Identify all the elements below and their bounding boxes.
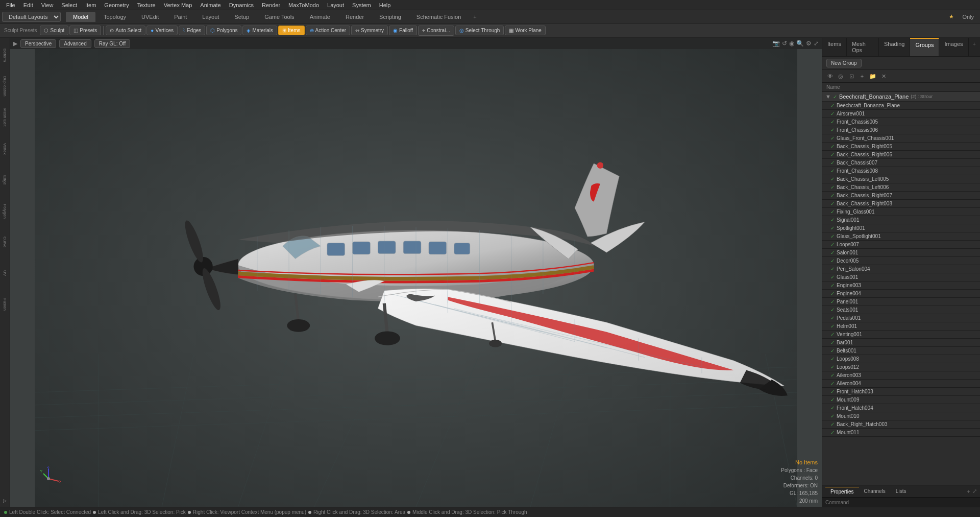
viewport-search-icon[interactable]: 🔍 [796, 40, 804, 47]
list-item[interactable]: ✓ Back_Chassis_Right005 [822, 143, 980, 151]
left-tool-duplication[interactable]: Duplication [1, 71, 9, 102]
tab-schematic-fusion[interactable]: Schematic Fusion [409, 12, 468, 22]
items-button[interactable]: ⊞ Items [278, 26, 304, 35]
list-item[interactable]: ✓ Decor005 [822, 257, 980, 265]
presets-button[interactable]: ◫ Presets [69, 26, 101, 35]
left-tool-mesh-edit[interactable]: Mesh Edit [1, 102, 9, 133]
tab-game-tools[interactable]: Game Tools [257, 12, 302, 22]
tab-items-right[interactable]: Items [822, 38, 847, 56]
work-plane-button[interactable]: ▦ Work Plane [505, 26, 546, 35]
new-group-button[interactable]: New Group [826, 59, 862, 67]
expand-icon[interactable]: ▶ [13, 40, 17, 47]
advanced-button[interactable]: Advanced [59, 39, 91, 48]
viewport-settings-icon[interactable]: ⚙ [806, 40, 812, 47]
menu-system[interactable]: System [348, 1, 375, 9]
group-icon-eye[interactable]: 👁 [825, 72, 835, 81]
list-item[interactable]: ✓ Mount010 [822, 412, 980, 420]
list-item[interactable]: ✓ Back_Chassis_Right007 [822, 192, 980, 200]
list-item[interactable]: ✓ Belts001 [822, 347, 980, 355]
list-item[interactable]: ✓ Loops008 [822, 355, 980, 363]
list-item[interactable]: ✓ Salon001 [822, 249, 980, 257]
group-icon-add[interactable]: + [857, 72, 867, 81]
left-tool-polygon[interactable]: Polygon [1, 196, 9, 226]
perspective-button[interactable]: Perspective [20, 39, 56, 48]
list-item[interactable]: ✓ Aileron003 [822, 371, 980, 380]
tab-model[interactable]: Model [66, 12, 95, 22]
list-item[interactable]: ✓ Front_Chassis008 [822, 167, 980, 175]
viewport-camera-icon[interactable]: 📷 [772, 40, 780, 47]
menu-dynamics[interactable]: Dynamics [225, 1, 258, 9]
menu-view[interactable]: View [37, 1, 58, 9]
list-item[interactable]: ✓ Back_Chassis_Left006 [822, 183, 980, 192]
layout-dropdown[interactable]: Default Layouts [2, 12, 61, 22]
left-tool-curve[interactable]: Curve [1, 227, 9, 257]
list-item[interactable]: ✓ Front_Chassis005 [822, 118, 980, 126]
left-tool-uv[interactable]: UV [1, 258, 9, 289]
list-item[interactable]: ✓ Glass_Front_Chassis001 [822, 134, 980, 143]
right-tab-add[interactable]: + [969, 38, 980, 56]
group-root-item[interactable]: ▼ ✓ Beechcraft_Bonanza_Plane (2) : Strou… [822, 92, 980, 102]
tab-groups[interactable]: Groups [910, 38, 939, 56]
menu-item[interactable]: Item [81, 1, 100, 9]
materials-button[interactable]: ◈ Materials [242, 26, 277, 35]
menu-render[interactable]: Render [258, 1, 284, 9]
list-item[interactable]: ✓ Pen_Salon004 [822, 265, 980, 273]
tab-channels[interactable]: Channels [859, 487, 891, 496]
menu-file[interactable]: File [2, 1, 19, 9]
ray-gl-button[interactable]: Ray GL: Off [94, 39, 131, 48]
list-item[interactable]: ✓ Engine003 [822, 281, 980, 290]
list-item[interactable]: ✓ Back_Chassis007 [822, 159, 980, 167]
constraint-button[interactable]: ⌖ Constrai... [418, 26, 454, 36]
menu-texture[interactable]: Texture [133, 1, 160, 9]
list-item[interactable]: ✓ Seats001 [822, 306, 980, 314]
viewport-refresh-icon[interactable]: ↺ [782, 40, 787, 47]
menu-maxtomodo[interactable]: MaxToModo [284, 1, 323, 9]
tab-lists[interactable]: Lists [891, 487, 912, 496]
tab-mesh-ops[interactable]: Mesh Ops [847, 38, 879, 56]
tab-animate[interactable]: Animate [303, 12, 337, 22]
list-item[interactable]: ✓ Pedals001 [822, 314, 980, 322]
menu-select[interactable]: Select [57, 1, 81, 9]
group-icon-folder[interactable]: 📁 [868, 72, 877, 81]
auto-select-button[interactable]: ⊙ Auto Select [106, 26, 145, 35]
list-item[interactable]: ✓ Signal001 [822, 216, 980, 224]
left-tool-small-1[interactable]: ▷ [1, 497, 9, 505]
menu-layout[interactable]: Layout [323, 1, 348, 9]
list-item[interactable]: ✓ Venting001 [822, 331, 980, 339]
viewport-expand-icon[interactable]: ⤢ [814, 40, 819, 47]
menu-geometry[interactable]: Geometry [100, 1, 133, 9]
list-item[interactable]: ✓ Engine004 [822, 290, 980, 298]
menu-animate[interactable]: Animate [196, 1, 225, 9]
list-item[interactable]: ✓ Panel001 [822, 298, 980, 306]
list-item[interactable]: ✓ Loops012 [822, 363, 980, 371]
polygons-button[interactable]: ⬡ Polygons [206, 26, 241, 35]
action-center-button[interactable]: ⊕ Action Center [306, 26, 351, 35]
left-tool-deform[interactable]: Deform [1, 40, 9, 70]
viewport-render-icon[interactable]: ◉ [789, 40, 794, 47]
list-item[interactable]: ✓ Mount009 [822, 396, 980, 404]
edges-button[interactable]: ⌇ Edges [179, 26, 205, 35]
list-item[interactable]: ✓ Front_Hatch004 [822, 404, 980, 412]
tab-layout[interactable]: Layout [195, 12, 226, 22]
tab-setup[interactable]: Setup [227, 12, 256, 22]
list-item[interactable]: ✓ Front_Chassis006 [822, 126, 980, 134]
left-tool-vertex[interactable]: Vertex [1, 133, 9, 164]
list-item[interactable]: ✓ Fixing_Glass001 [822, 208, 980, 216]
tab-scripting[interactable]: Scripting [372, 12, 408, 22]
list-item[interactable]: ✓ Back_Chassis_Left005 [822, 175, 980, 183]
symmetry-button[interactable]: ⇔ Symmetry [351, 26, 388, 35]
group-list[interactable]: ▼ ✓ Beechcraft_Bonanza_Plane (2) : Strou… [822, 92, 980, 485]
list-item[interactable]: ✓ Front_Hatch003 [822, 388, 980, 396]
tab-uvedit[interactable]: UVEdit [134, 12, 166, 22]
list-item[interactable]: ✓ Back_Chassis_Right008 [822, 200, 980, 208]
vertices-button[interactable]: ● Vertices [146, 26, 178, 35]
list-item[interactable]: ✓ Bar001 [822, 339, 980, 347]
list-item[interactable]: ✓ Loops007 [822, 241, 980, 249]
list-item[interactable]: ✓ Beechcraft_Bonanza_Plane [822, 102, 980, 110]
tab-images[interactable]: Images [939, 38, 968, 56]
tab-shading[interactable]: Shading [879, 38, 910, 56]
bottom-resize-icon[interactable]: ⤢ [972, 488, 977, 495]
left-tool-fusion[interactable]: Fusion [1, 289, 9, 320]
falloff-button[interactable]: ◉ Falloff [389, 26, 417, 35]
list-item[interactable]: ✓ Back_Chassis_Right006 [822, 151, 980, 159]
